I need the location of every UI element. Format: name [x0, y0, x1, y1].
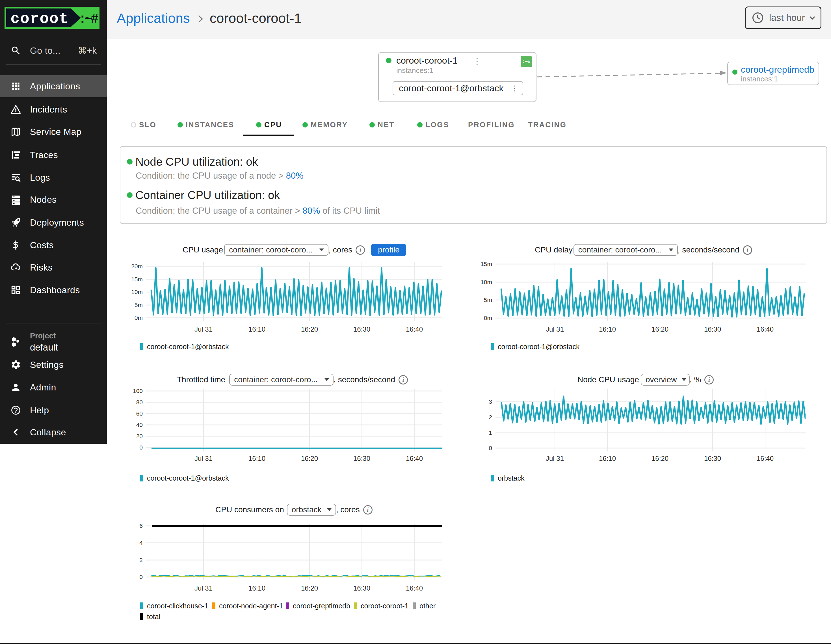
- svg-text:coroot: coroot: [10, 10, 69, 27]
- svg-text::~#: :~#: [79, 12, 99, 27]
